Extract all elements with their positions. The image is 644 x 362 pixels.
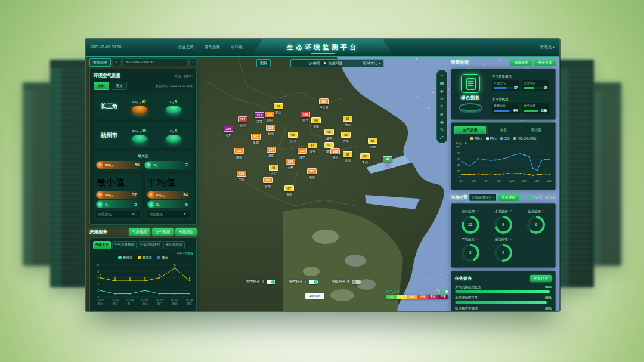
tab-heavy-pollution[interactable]: 重污染应对 <box>163 241 185 249</box>
svg-text:12时: 12时 <box>509 180 515 182</box>
gauge-cup-green <box>132 135 147 143</box>
tab-air-forecast[interactable]: 空气质量预报 <box>112 241 137 249</box>
aqi-marker[interactable]: 226亳州 <box>224 122 233 137</box>
trend-legend: PM₂.₅ PM₁₀ SO₂ NO₂(24h趋势) <box>454 137 552 140</box>
aqi-marker[interactable]: 156宿迁 <box>301 107 310 122</box>
date-mode-chip[interactable]: 数据回溯 <box>89 58 111 67</box>
right-panel: 预警提醒 预警设置 查看更多 绿色指数 空气质量概况 ↑ 环境空气 <box>451 58 556 311</box>
aqi-marker[interactable]: 120合肥 <box>286 154 295 169</box>
aqi-marker[interactable]: 136淮南 <box>234 144 244 159</box>
app-title: 生态环境监测平台 <box>251 43 394 52</box>
map-compare-pill[interactable]: 区域对比 ▾ <box>360 59 384 67</box>
aqi-marker[interactable]: 96五河 <box>288 128 298 143</box>
aqi-marker[interactable]: 88灌南 <box>311 113 321 128</box>
svg-text:21时: 21时 <box>547 180 552 182</box>
stat-air-env: 环境空气 87 <box>492 80 519 91</box>
nav-item-air[interactable]: 空气质量 <box>205 45 220 50</box>
green-index-icon <box>461 74 480 93</box>
temperature-tool-icon[interactable]: ⊕ <box>438 111 445 117</box>
aqi-marker[interactable]: 172徐州 <box>238 112 247 127</box>
forecast-note: 未来7天预报 <box>93 251 193 255</box>
air-tab-history[interactable]: 历史 <box>112 82 127 90</box>
satellite-tool-icon[interactable]: ◉ <box>438 119 445 125</box>
toggle-switch[interactable] <box>309 280 318 284</box>
nav-item-water[interactable]: 水环境 <box>231 45 243 50</box>
wind-toggle-label: 风场 <box>434 289 440 293</box>
trend-tab-air[interactable]: 空气质量 <box>454 126 486 134</box>
map-time-pill[interactable]: ◷ 实时 ▶ 轨迹回放 <box>290 59 361 67</box>
summary-card: 绿色指数 空气质量概况 ↑ 环境空气 87 企业排口 <box>451 69 556 120</box>
svg-text:01-04: 01-04 <box>126 299 134 302</box>
marker-tool-icon[interactable]: ◈ <box>438 88 445 94</box>
rain-tool-icon[interactable]: ☂ <box>438 103 445 110</box>
o3-pill: 优 O₃ 7 <box>144 161 190 169</box>
task-progress-bar <box>455 301 552 304</box>
tab-pollution-analysis[interactable]: 污染过程研判 <box>138 241 162 249</box>
disposal-gauge: 信访办理 ↘4 <box>487 236 519 264</box>
svg-text:01-03: 01-03 <box>112 299 119 302</box>
air-tab-realtime[interactable]: 实时 <box>94 82 109 90</box>
date-bar: 数据回溯 ‹ 2021-01-02 09:00 › <box>89 58 197 67</box>
wind-toggle[interactable] <box>441 290 448 293</box>
svg-text:60: 60 <box>457 158 461 161</box>
aqi-marker[interactable]: 215淮北 <box>255 108 264 123</box>
aqi-marker[interactable]: 138霍邱 <box>237 166 246 181</box>
aqi-marker[interactable]: 90响水 <box>343 112 352 126</box>
aqi-marker[interactable]: 108扬州 <box>330 144 340 159</box>
aqi-marker[interactable]: 85南通 <box>368 134 377 148</box>
aqi-scale-segment: 中度 <box>417 295 428 299</box>
svg-text:80: 80 <box>457 152 461 155</box>
trend-tab-source[interactable]: 污染源 <box>521 126 552 134</box>
aqi-marker[interactable]: 124凤阳 <box>267 143 276 157</box>
aqi-marker[interactable]: 115滁州 <box>298 144 307 159</box>
aqi-scale-segment: 优 <box>386 295 397 299</box>
aqi-marker[interactable]: 128蚌埠 <box>266 120 275 135</box>
left-panel: 数据回溯 ‹ 2021-01-02 09:00 › 环境空气质量 单位：μg/m… <box>89 58 197 311</box>
svg-text:40: 40 <box>457 164 461 167</box>
aqi-marker[interactable]: 82泰州 <box>343 147 352 162</box>
nav-item-overview[interactable]: 综合态势 <box>178 45 194 50</box>
aqi-marker[interactable]: 84淮安 <box>308 138 317 153</box>
alert-more-button[interactable]: 查看更多 <box>534 59 556 66</box>
measure-tool-icon[interactable]: ⌖ <box>438 72 445 79</box>
report-button[interactable]: 专题报告 <box>175 228 197 236</box>
aqi-marker[interactable]: 142阜阳 <box>251 129 261 144</box>
aqi-marker[interactable]: 89常州 <box>360 149 370 164</box>
date-field[interactable]: 2021-01-02 09:00 <box>122 58 187 66</box>
alert-settings-button[interactable]: 预警设置 <box>510 59 532 66</box>
aqi-marker[interactable]: 87安庆 <box>284 181 294 196</box>
task-more-button[interactable]: 更多任务 <box>530 275 552 282</box>
region-metric: O₃ 8 <box>156 100 190 113</box>
layers-tool-icon[interactable]: ▦ <box>438 80 445 86</box>
layer-toggle: 省控站点 开 <box>289 279 318 284</box>
air-forecast-button[interactable]: 空气预报 <box>152 228 174 236</box>
user-menu[interactable]: 管理员 ▾ <box>540 45 555 50</box>
svg-text:15时: 15时 <box>522 180 528 182</box>
date-prev-button[interactable]: ‹ <box>113 58 120 66</box>
aqi-marker[interactable]: 112南京 <box>307 164 317 179</box>
svg-text:18时: 18时 <box>534 180 540 182</box>
gauge-cup-green <box>166 106 181 113</box>
glow-rings <box>459 103 482 112</box>
wind-tool-icon[interactable]: ≋ <box>438 95 445 102</box>
aqi-marker[interactable]: 86大丰 <box>341 128 351 143</box>
weather-forecast-button[interactable]: 气象预报 <box>129 228 150 236</box>
aqi-marker[interactable]: 126舒城 <box>263 173 273 188</box>
toggle-switch[interactable] <box>352 280 361 284</box>
task-title: 任务督办 <box>455 276 472 281</box>
reset-tool-icon[interactable]: ↻ <box>438 126 445 133</box>
svg-text:2: 2 <box>97 289 99 292</box>
aqi-marker[interactable]: 42上海 <box>383 152 392 167</box>
header-nav: 综合态势 空气质量 水环境 <box>178 45 243 50</box>
aqi-marker[interactable]: 92新沂 <box>274 99 283 114</box>
map-layers-button[interactable]: 图层 <box>256 59 271 67</box>
disposal-detail-button[interactable]: 查看详情 <box>498 194 519 201</box>
disposal-dropdown[interactable]: 近7日处置情况 ▾ <box>469 194 496 202</box>
region-metric: PM₂.₅ 62 <box>122 100 156 113</box>
fullscreen-tool-icon[interactable]: ⤢ <box>438 134 445 141</box>
toggle-switch[interactable] <box>267 280 275 284</box>
date-next-button[interactable]: › <box>189 58 197 66</box>
tab-weather[interactable]: 气象条件 <box>93 241 111 249</box>
aqi-marker[interactable]: 118连云港 <box>319 94 329 109</box>
trend-tab-water[interactable]: 水质 <box>487 126 519 134</box>
